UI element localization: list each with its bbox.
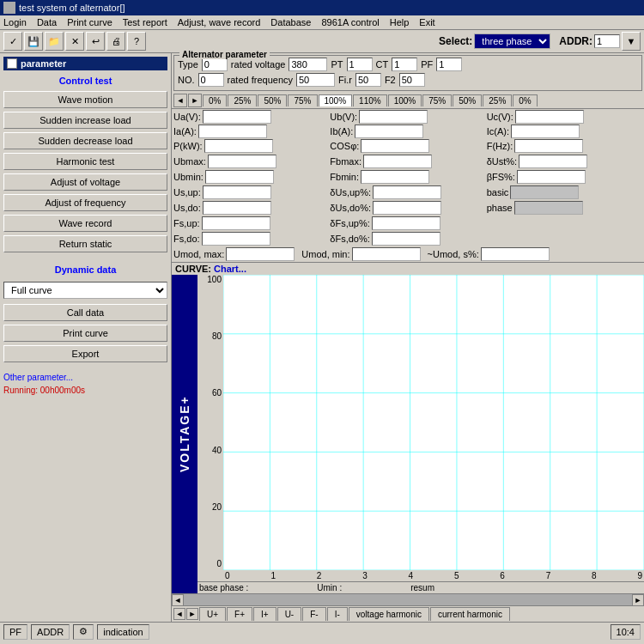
tab-f-minus[interactable]: F- <box>302 607 325 621</box>
rated-voltage-input[interactable] <box>289 58 327 71</box>
cos-input[interactable] <box>361 139 429 153</box>
tab-f-plus[interactable]: F+ <box>227 607 252 621</box>
scroll-right-btn[interactable]: ► <box>632 594 644 606</box>
fi-r-input[interactable] <box>355 73 381 87</box>
bottom-tab-scroll-right[interactable]: ► <box>186 608 198 620</box>
ic-label: Ic(A): <box>487 126 509 137</box>
f-input[interactable] <box>514 139 583 153</box>
menu-help[interactable]: Help <box>390 17 410 27</box>
us-up-input[interactable] <box>203 185 271 199</box>
us-do-input[interactable] <box>203 201 271 215</box>
tab-75pct[interactable]: 75% <box>288 94 317 106</box>
btn-print-curve[interactable]: Print curve <box>3 325 167 342</box>
dus-up-input[interactable] <box>373 185 441 199</box>
type-input[interactable] <box>202 58 228 71</box>
btn-adjust-frequency[interactable]: Adjust of frequency <box>3 194 167 211</box>
dfs-up-input[interactable] <box>372 216 440 230</box>
bfs-input[interactable] <box>517 170 586 184</box>
menu-print-curve[interactable]: Print curve <box>67 17 112 27</box>
no-input[interactable] <box>198 73 224 87</box>
tab-voltage-harmonic[interactable]: voltage harmonic <box>349 607 429 621</box>
ib-input[interactable] <box>355 125 423 138</box>
phase-select[interactable]: three phase <box>474 33 550 49</box>
btn-call-data[interactable]: Call data <box>3 304 167 321</box>
tb-close-btn[interactable]: ✕ <box>65 32 84 51</box>
tab-i-plus[interactable]: I+ <box>253 607 276 621</box>
ub-input[interactable] <box>359 110 428 124</box>
btn-sudden-increase[interactable]: Sudden increase load <box>3 112 167 129</box>
tab-25pct-2[interactable]: 25% <box>483 94 512 106</box>
umod-max-input[interactable] <box>226 247 295 261</box>
dus-do-input[interactable] <box>373 201 441 215</box>
tab-u-plus[interactable]: U+ <box>199 607 226 621</box>
tb-save-btn[interactable]: 💾 <box>24 32 43 51</box>
menu-login[interactable]: Login <box>3 17 27 27</box>
btn-adjust-voltage[interactable]: Adjust of voltage <box>3 173 167 191</box>
addr-arrow-btn[interactable]: ▼ <box>622 32 641 51</box>
tb-print-btn[interactable]: 🖨 <box>106 32 125 51</box>
tab-i-minus[interactable]: I- <box>327 607 348 621</box>
menu-test-report[interactable]: Test report <box>123 17 167 27</box>
bottom-tab-scroll-left[interactable]: ◄ <box>173 608 185 620</box>
menu-exit[interactable]: Exit <box>419 17 434 27</box>
tab-50pct-2[interactable]: 50% <box>453 94 482 106</box>
fbmax-cell: Fbmax: <box>330 155 485 168</box>
ubmin-input[interactable] <box>205 170 274 184</box>
p-input[interactable] <box>204 139 273 153</box>
btn-wave-motion[interactable]: Wave motion <box>3 91 167 108</box>
tab-nav-left[interactable]: ◄ <box>173 94 187 107</box>
fbmin-input[interactable] <box>361 170 429 184</box>
ia-input[interactable] <box>198 125 267 138</box>
fbmax-input[interactable] <box>363 155 432 168</box>
scroll-track[interactable] <box>184 594 632 606</box>
btn-export[interactable]: Export <box>3 345 167 362</box>
ua-input[interactable] <box>203 110 271 124</box>
btn-sudden-decrease[interactable]: Sudden decrease load <box>3 132 167 149</box>
btn-wave-record[interactable]: Wave record <box>3 215 167 232</box>
tab-50pct[interactable]: 50% <box>258 94 287 106</box>
phase-input[interactable] <box>514 201 583 215</box>
uc-input[interactable] <box>515 110 584 124</box>
menu-adjust-wave[interactable]: Adjust, wave record <box>178 17 261 27</box>
menu-data[interactable]: Data <box>37 17 57 27</box>
tb-check-btn[interactable]: ✓ <box>3 32 22 51</box>
ubmax-cell: Ubmax: <box>173 155 329 168</box>
panel-checkbox[interactable] <box>7 58 17 69</box>
tab-u-minus[interactable]: U- <box>277 607 302 621</box>
dfs-do-input[interactable] <box>372 232 440 246</box>
tb-folder-btn[interactable]: 📁 <box>45 32 64 51</box>
tab-100pct[interactable]: 100% <box>319 94 353 106</box>
scroll-left-btn[interactable]: ◄ <box>172 594 184 606</box>
addr-input[interactable] <box>594 34 620 48</box>
basic-input[interactable] <box>510 185 579 199</box>
tb-undo-btn[interactable]: ↩ <box>86 32 105 51</box>
pt-input[interactable] <box>347 58 373 71</box>
menu-8961a[interactable]: 8961A control <box>321 17 379 27</box>
tab-75pct-2[interactable]: 75% <box>422 94 452 106</box>
tab-0pct[interactable]: 0% <box>203 94 227 106</box>
btn-harmonic-test[interactable]: Harmonic test <box>3 153 167 170</box>
fs-do-input[interactable] <box>202 232 270 246</box>
tb-help-btn[interactable]: ? <box>127 32 146 51</box>
tab-25pct[interactable]: 25% <box>228 94 257 106</box>
tab-100pct-2[interactable]: 100% <box>388 94 422 106</box>
fs-up-input[interactable] <box>202 216 270 230</box>
pf-input[interactable] <box>436 58 462 71</box>
tab-nav-right[interactable]: ► <box>188 94 202 107</box>
ic-input[interactable] <box>511 125 580 138</box>
tab-current-harmonic[interactable]: current harmonic <box>430 607 510 621</box>
rated-freq-input[interactable] <box>296 73 335 87</box>
umod-min-input[interactable] <box>352 247 421 261</box>
ct-input[interactable] <box>392 58 417 71</box>
tab-110pct[interactable]: 110% <box>353 94 387 106</box>
menu-database[interactable]: Database <box>270 17 311 27</box>
btn-return-static[interactable]: Return static <box>3 235 167 252</box>
ubmax-input[interactable] <box>208 155 276 168</box>
other-param-link[interactable]: Other parameter... <box>3 373 167 382</box>
dust-input[interactable] <box>519 155 587 168</box>
curve-select[interactable]: Full curve Phase A Phase B Phase C <box>3 282 167 299</box>
h-scrollbar[interactable]: ◄ ► <box>172 593 644 605</box>
tab-0pct-2[interactable]: 0% <box>513 94 537 106</box>
f2-input[interactable] <box>399 73 425 87</box>
umod-s-input[interactable] <box>481 247 550 261</box>
